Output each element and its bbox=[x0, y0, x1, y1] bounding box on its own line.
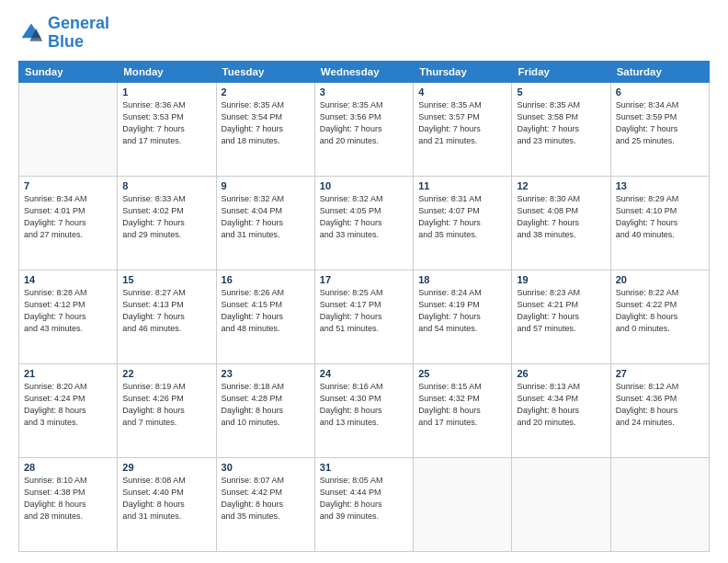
day-info: Sunrise: 8:25 AM Sunset: 4:17 PM Dayligh… bbox=[320, 287, 408, 335]
day-info: Sunrise: 8:20 AM Sunset: 4:24 PM Dayligh… bbox=[24, 381, 112, 429]
calendar-cell: 6Sunrise: 8:34 AM Sunset: 3:59 PM Daylig… bbox=[610, 82, 709, 176]
day-info: Sunrise: 8:33 AM Sunset: 4:02 PM Dayligh… bbox=[122, 193, 210, 241]
calendar-cell: 21Sunrise: 8:20 AM Sunset: 4:24 PM Dayli… bbox=[19, 363, 118, 457]
calendar-cell: 11Sunrise: 8:31 AM Sunset: 4:07 PM Dayli… bbox=[414, 176, 512, 270]
calendar-cell: 20Sunrise: 8:22 AM Sunset: 4:22 PM Dayli… bbox=[610, 270, 709, 363]
day-number: 31 bbox=[320, 462, 408, 473]
calendar-cell: 5Sunrise: 8:35 AM Sunset: 3:58 PM Daylig… bbox=[512, 82, 610, 176]
day-info: Sunrise: 8:36 AM Sunset: 3:53 PM Dayligh… bbox=[122, 99, 210, 147]
day-info: Sunrise: 8:13 AM Sunset: 4:34 PM Dayligh… bbox=[517, 381, 605, 429]
day-number: 25 bbox=[418, 368, 506, 379]
calendar-table: SundayMondayTuesdayWednesdayThursdayFrid… bbox=[18, 61, 710, 552]
calendar-cell: 18Sunrise: 8:24 AM Sunset: 4:19 PM Dayli… bbox=[414, 270, 512, 363]
calendar-cell: 7Sunrise: 8:34 AM Sunset: 4:01 PM Daylig… bbox=[19, 176, 118, 270]
day-number: 15 bbox=[122, 274, 210, 285]
calendar-cell bbox=[512, 457, 610, 551]
day-number: 22 bbox=[122, 368, 210, 379]
calendar-day-header: Monday bbox=[118, 61, 216, 82]
day-number: 9 bbox=[222, 180, 310, 191]
day-number: 28 bbox=[24, 462, 112, 473]
calendar-cell: 1Sunrise: 8:36 AM Sunset: 3:53 PM Daylig… bbox=[118, 82, 216, 176]
day-number: 20 bbox=[616, 274, 704, 285]
day-info: Sunrise: 8:35 AM Sunset: 3:54 PM Dayligh… bbox=[222, 99, 310, 147]
calendar-cell: 30Sunrise: 8:07 AM Sunset: 4:42 PM Dayli… bbox=[216, 457, 314, 551]
day-number: 6 bbox=[616, 86, 704, 98]
day-info: Sunrise: 8:18 AM Sunset: 4:28 PM Dayligh… bbox=[222, 381, 310, 429]
day-number: 11 bbox=[418, 180, 506, 191]
day-info: Sunrise: 8:19 AM Sunset: 4:26 PM Dayligh… bbox=[122, 381, 210, 429]
day-info: Sunrise: 8:27 AM Sunset: 4:13 PM Dayligh… bbox=[122, 287, 210, 335]
logo: General Blue bbox=[18, 15, 109, 52]
day-number: 3 bbox=[320, 86, 408, 98]
calendar-cell: 29Sunrise: 8:08 AM Sunset: 4:40 PM Dayli… bbox=[118, 457, 216, 551]
calendar-cell: 19Sunrise: 8:23 AM Sunset: 4:21 PM Dayli… bbox=[512, 270, 610, 363]
calendar-day-header: Tuesday bbox=[216, 61, 314, 82]
day-number: 5 bbox=[517, 86, 605, 98]
calendar-week-row: 28Sunrise: 8:10 AM Sunset: 4:38 PM Dayli… bbox=[19, 457, 710, 551]
calendar-cell: 28Sunrise: 8:10 AM Sunset: 4:38 PM Dayli… bbox=[19, 457, 118, 551]
calendar-week-row: 14Sunrise: 8:28 AM Sunset: 4:12 PM Dayli… bbox=[19, 270, 710, 363]
day-number: 19 bbox=[517, 274, 605, 285]
calendar-cell: 9Sunrise: 8:32 AM Sunset: 4:04 PM Daylig… bbox=[216, 176, 314, 270]
calendar-cell: 2Sunrise: 8:35 AM Sunset: 3:54 PM Daylig… bbox=[216, 82, 314, 176]
day-number: 14 bbox=[24, 274, 112, 285]
day-number: 23 bbox=[222, 368, 310, 379]
day-info: Sunrise: 8:32 AM Sunset: 4:04 PM Dayligh… bbox=[222, 193, 310, 241]
day-info: Sunrise: 8:16 AM Sunset: 4:30 PM Dayligh… bbox=[320, 381, 408, 429]
header: General Blue bbox=[18, 15, 710, 52]
day-info: Sunrise: 8:31 AM Sunset: 4:07 PM Dayligh… bbox=[418, 193, 506, 241]
day-number: 18 bbox=[418, 274, 506, 285]
calendar-day-header: Saturday bbox=[610, 61, 709, 82]
day-number: 30 bbox=[222, 462, 310, 473]
calendar-cell: 13Sunrise: 8:29 AM Sunset: 4:10 PM Dayli… bbox=[610, 176, 709, 270]
day-number: 8 bbox=[122, 180, 210, 191]
calendar-cell: 10Sunrise: 8:32 AM Sunset: 4:05 PM Dayli… bbox=[314, 176, 413, 270]
calendar-cell: 3Sunrise: 8:35 AM Sunset: 3:56 PM Daylig… bbox=[314, 82, 413, 176]
page: General Blue SundayMondayTuesdayWednesda… bbox=[0, 0, 728, 563]
calendar-cell: 4Sunrise: 8:35 AM Sunset: 3:57 PM Daylig… bbox=[414, 82, 512, 176]
day-info: Sunrise: 8:24 AM Sunset: 4:19 PM Dayligh… bbox=[418, 287, 506, 335]
day-number: 7 bbox=[24, 180, 112, 191]
day-number: 13 bbox=[616, 180, 704, 191]
day-info: Sunrise: 8:08 AM Sunset: 4:40 PM Dayligh… bbox=[122, 475, 210, 523]
day-info: Sunrise: 8:35 AM Sunset: 3:58 PM Dayligh… bbox=[517, 99, 605, 147]
calendar-day-header: Sunday bbox=[19, 61, 118, 82]
day-number: 17 bbox=[320, 274, 408, 285]
calendar-cell bbox=[414, 457, 512, 551]
calendar-week-row: 21Sunrise: 8:20 AM Sunset: 4:24 PM Dayli… bbox=[19, 363, 710, 457]
day-info: Sunrise: 8:26 AM Sunset: 4:15 PM Dayligh… bbox=[222, 287, 310, 335]
calendar-cell: 24Sunrise: 8:16 AM Sunset: 4:30 PM Dayli… bbox=[314, 363, 413, 457]
calendar-day-header: Thursday bbox=[414, 61, 512, 82]
logo-icon bbox=[18, 20, 44, 46]
day-info: Sunrise: 8:28 AM Sunset: 4:12 PM Dayligh… bbox=[24, 287, 112, 335]
calendar-cell: 25Sunrise: 8:15 AM Sunset: 4:32 PM Dayli… bbox=[414, 363, 512, 457]
calendar-cell: 26Sunrise: 8:13 AM Sunset: 4:34 PM Dayli… bbox=[512, 363, 610, 457]
day-number: 10 bbox=[320, 180, 408, 191]
day-info: Sunrise: 8:35 AM Sunset: 3:57 PM Dayligh… bbox=[418, 99, 506, 147]
logo-text: General Blue bbox=[48, 15, 109, 52]
calendar-cell: 31Sunrise: 8:05 AM Sunset: 4:44 PM Dayli… bbox=[314, 457, 413, 551]
day-info: Sunrise: 8:34 AM Sunset: 3:59 PM Dayligh… bbox=[616, 99, 704, 147]
calendar-week-row: 1Sunrise: 8:36 AM Sunset: 3:53 PM Daylig… bbox=[19, 82, 710, 176]
calendar-cell bbox=[610, 457, 709, 551]
day-number: 21 bbox=[24, 368, 112, 379]
day-number: 1 bbox=[122, 86, 210, 98]
day-number: 26 bbox=[517, 368, 605, 379]
calendar-cell: 12Sunrise: 8:30 AM Sunset: 4:08 PM Dayli… bbox=[512, 176, 610, 270]
calendar-cell: 23Sunrise: 8:18 AM Sunset: 4:28 PM Dayli… bbox=[216, 363, 314, 457]
day-number: 27 bbox=[616, 368, 704, 379]
calendar-week-row: 7Sunrise: 8:34 AM Sunset: 4:01 PM Daylig… bbox=[19, 176, 710, 270]
day-number: 4 bbox=[418, 86, 506, 98]
day-info: Sunrise: 8:05 AM Sunset: 4:44 PM Dayligh… bbox=[320, 475, 408, 523]
calendar-cell: 16Sunrise: 8:26 AM Sunset: 4:15 PM Dayli… bbox=[216, 270, 314, 363]
calendar-cell: 17Sunrise: 8:25 AM Sunset: 4:17 PM Dayli… bbox=[314, 270, 413, 363]
calendar-cell: 14Sunrise: 8:28 AM Sunset: 4:12 PM Dayli… bbox=[19, 270, 118, 363]
calendar-cell: 8Sunrise: 8:33 AM Sunset: 4:02 PM Daylig… bbox=[118, 176, 216, 270]
day-info: Sunrise: 8:07 AM Sunset: 4:42 PM Dayligh… bbox=[222, 475, 310, 523]
day-info: Sunrise: 8:10 AM Sunset: 4:38 PM Dayligh… bbox=[24, 475, 112, 523]
day-info: Sunrise: 8:22 AM Sunset: 4:22 PM Dayligh… bbox=[616, 287, 704, 335]
day-info: Sunrise: 8:32 AM Sunset: 4:05 PM Dayligh… bbox=[320, 193, 408, 241]
day-number: 2 bbox=[222, 86, 310, 98]
day-number: 12 bbox=[517, 180, 605, 191]
calendar-header-row: SundayMondayTuesdayWednesdayThursdayFrid… bbox=[19, 61, 710, 82]
